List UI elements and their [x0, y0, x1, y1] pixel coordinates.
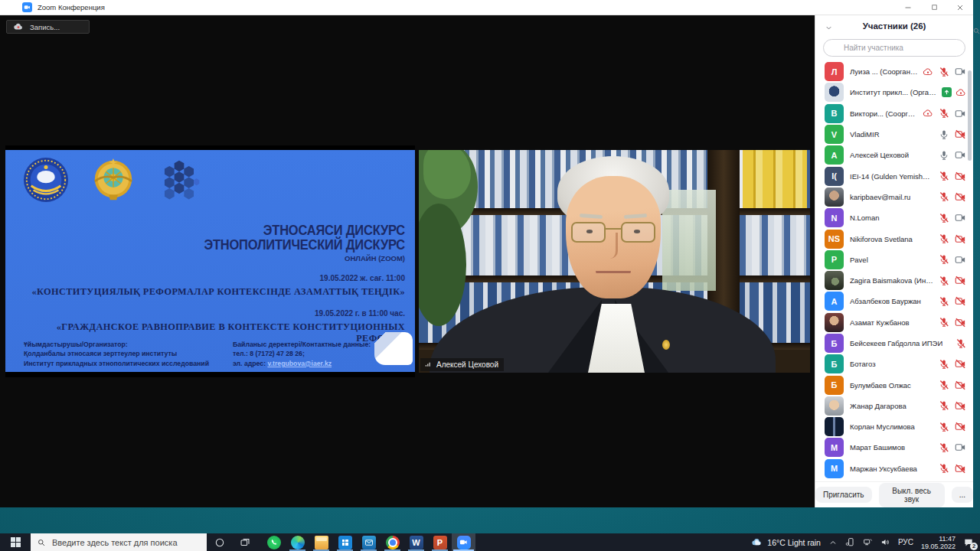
- mic-icon: [939, 254, 949, 265]
- participant-row[interactable]: Б Булумбаев Олжас: [815, 374, 973, 395]
- invite-button[interactable]: Пригласить: [815, 487, 872, 503]
- action-center-button[interactable]: 2: [963, 537, 974, 548]
- camera-icon: [955, 233, 966, 245]
- taskbar-search[interactable]: Введите здесь текст для поиска: [31, 533, 207, 551]
- audio-signal-icon: [424, 360, 433, 369]
- participant-row[interactable]: karipbaev@mail.ru: [815, 187, 973, 207]
- task-view-button[interactable]: [232, 533, 257, 551]
- participant-name: karipbaev@mail.ru: [850, 193, 910, 201]
- camera-icon: [955, 442, 966, 453]
- participant-row[interactable]: N N.Loman: [815, 207, 973, 228]
- minimize-button[interactable]: [895, 0, 921, 15]
- desktop: Zoom Конференция Запись...: [0, 0, 980, 551]
- participant-avatar: [825, 417, 844, 436]
- participant-row[interactable]: Институт прикл... (Организатор): [815, 82, 973, 103]
- participant-row[interactable]: A Абзалбеков Бауржан: [815, 291, 973, 311]
- participant-row[interactable]: A Алексей Цеховой: [815, 145, 973, 165]
- contacts-label: Байланыс деректері/Контактные данные:: [233, 340, 394, 349]
- participant-search-wrap: [815, 37, 973, 61]
- slide-content: ЭТНОСАЯСИ ДИСКУРС ЭТНОПОЛИТИЧЕСКИЙ ДИСКУ…: [5, 150, 415, 372]
- participant-avatar: Л: [825, 62, 844, 81]
- camera-icon: [955, 295, 966, 307]
- camera-icon: [955, 400, 966, 412]
- mic-icon: [939, 108, 949, 119]
- participant-avatar: A: [825, 292, 844, 311]
- taskbar-search-placeholder: Введите здесь текст для поиска: [52, 538, 178, 547]
- participant-row[interactable]: М Марат Башимов: [815, 437, 973, 458]
- recording-indicator[interactable]: Запись...: [6, 20, 90, 34]
- mail-icon[interactable]: [357, 533, 381, 551]
- participant-row[interactable]: Азамат Кужбанов: [815, 312, 973, 333]
- whatsapp-icon[interactable]: [262, 533, 286, 551]
- mic-icon: [939, 422, 949, 432]
- word-icon[interactable]: W: [404, 533, 428, 551]
- participant-name: Pavel: [850, 256, 868, 264]
- participant-name: Виктори... (Соорганизатор): [850, 109, 919, 118]
- start-button[interactable]: [0, 533, 31, 551]
- language-indicator[interactable]: РУС: [898, 538, 913, 546]
- clock[interactable]: 11:47 19.05.2022: [921, 535, 956, 550]
- participant-search-input[interactable]: [823, 39, 965, 57]
- camera-icon: [955, 317, 966, 328]
- participant-row[interactable]: Б Ботагоз: [815, 354, 973, 374]
- participant-name: Nikiforova Svetlana: [850, 235, 913, 243]
- close-button[interactable]: [947, 0, 973, 15]
- mute-all-button[interactable]: Выкл. весь звук: [879, 483, 945, 507]
- participant-row[interactable]: Zagira Baismakova (Институт е...: [815, 270, 973, 291]
- mic-icon: [939, 463, 949, 474]
- participant-row[interactable]: P Pavel: [815, 249, 973, 270]
- file-explorer-icon[interactable]: [309, 533, 333, 551]
- participant-avatar: [825, 83, 844, 102]
- participant-row[interactable]: Жанар Дагарова: [815, 396, 973, 416]
- contact-email-line: эл. адрес: v.tregubova@iaer.kz: [233, 359, 394, 368]
- maximize-button[interactable]: [921, 0, 947, 15]
- participant-avatar: [825, 187, 844, 207]
- participant-avatar: М: [825, 438, 844, 457]
- cortana-button[interactable]: [207, 533, 232, 551]
- organizer-name-kk: Қолданбалы этносаяси зерттеулер институт…: [24, 349, 223, 358]
- participant-name: IEI-14 (Gulden Yemisheva): [850, 172, 933, 181]
- more-options-button[interactable]: ...: [952, 487, 973, 503]
- speaker-name-label: Алексей Цеховой: [420, 358, 504, 371]
- participant-row[interactable]: Б Бейсекеев Габдолла ИПЭИ: [815, 333, 973, 354]
- system-tray: 16°C Light rain РУС 11:47 19.05.2022 2: [751, 535, 980, 550]
- volume-icon[interactable]: [880, 537, 890, 547]
- shared-slide-video: ЭТНОСАЯСИ ДИСКУРС ЭТНОПОЛИТИЧЕСКИЙ ДИСКУ…: [5, 145, 415, 377]
- powerpoint-icon[interactable]: P: [428, 533, 452, 551]
- zoom-window: Zoom Конференция Запись...: [0, 0, 973, 507]
- organizer-name-ru: Институт прикладных этнополитических исс…: [24, 359, 223, 368]
- participant-row[interactable]: V VladiMIR: [815, 124, 973, 145]
- participant-row[interactable]: Корлан Муслимова: [815, 416, 973, 437]
- participant-row[interactable]: В Виктори... (Соорганизатор): [815, 103, 973, 124]
- participants-list: Л Луиза ... (Соорганизатор, я) Институт …: [815, 61, 973, 481]
- participants-header: Участники (26): [815, 15, 973, 37]
- camera-icon: [955, 66, 966, 77]
- participant-row[interactable]: NS Nikiforova Svetlana: [815, 228, 973, 249]
- speaker-video: Алексей Цеховой: [419, 150, 810, 373]
- participant-name: Булумбаев Олжас: [850, 381, 911, 390]
- participant-row[interactable]: М Маржан Уксукбаева: [815, 458, 973, 479]
- scrollbar-thumb[interactable]: [968, 70, 972, 161]
- network-icon[interactable]: [863, 537, 873, 547]
- microsoft-store-icon[interactable]: [333, 533, 357, 551]
- mic-icon: [939, 296, 949, 307]
- participant-row[interactable]: Л Луиза ... (Соорганизатор, я): [815, 61, 973, 82]
- participant-avatar: [825, 313, 844, 332]
- windows-taskbar: Введите здесь текст для поиска W P 16°C …: [0, 533, 980, 551]
- participant-row[interactable]: I( IEI-14 (Gulden Yemisheva): [815, 165, 973, 186]
- collapse-panel-button[interactable]: [825, 21, 833, 35]
- participants-title: Участники (26): [863, 21, 926, 31]
- mic-icon: [939, 359, 949, 370]
- mic-icon: [939, 317, 949, 328]
- show-hidden-icons-button[interactable]: [828, 538, 838, 547]
- zoom-taskbar-icon[interactable]: [452, 533, 475, 551]
- chrome-icon[interactable]: [381, 533, 404, 551]
- phone-link-icon[interactable]: [845, 537, 855, 547]
- weather-widget[interactable]: 16°C Light rain: [751, 536, 821, 548]
- slide-date-ru: 19.05.2022 г. в 11:00 час.: [13, 309, 405, 318]
- contact-email-link[interactable]: v.tregubova@iaer.kz: [267, 360, 332, 367]
- slide-subtitle: ОНЛАЙН (ZOOM): [13, 254, 405, 262]
- edge-icon[interactable]: [286, 533, 309, 551]
- participant-avatar: NS: [825, 230, 844, 249]
- camera-icon: [955, 171, 966, 182]
